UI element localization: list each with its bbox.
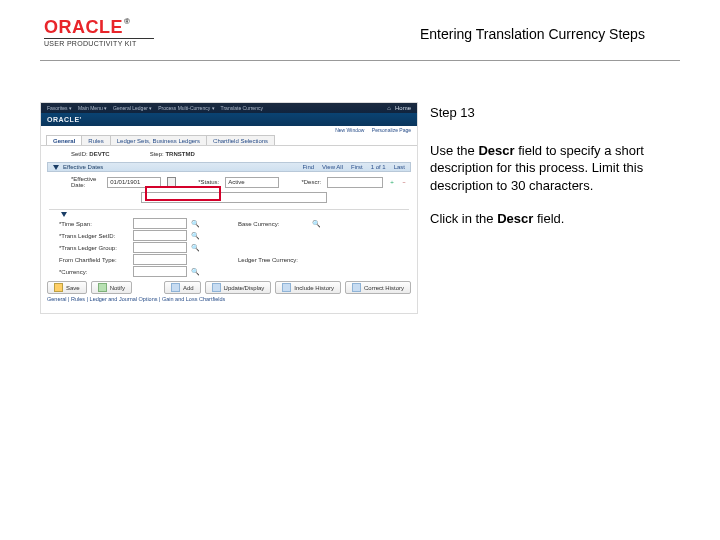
upk-label: USER PRODUCTIVITY KIT xyxy=(44,40,154,47)
p2-pre: Click in the xyxy=(430,211,497,226)
timespan-input[interactable] xyxy=(133,218,187,229)
cell-tset: *Trans Ledger SetID: 🔍 xyxy=(59,230,230,241)
oracle-logo-text: ORACLE xyxy=(44,17,123,37)
tset-label: *Trans Ledger SetID: xyxy=(59,233,129,239)
correct-button-label: Correct History xyxy=(364,285,404,291)
collapse-icon[interactable] xyxy=(53,165,59,170)
add-icon[interactable]: ＋ xyxy=(389,178,395,187)
p2-post: field. xyxy=(533,211,564,226)
lookup-icon[interactable]: 🔍 xyxy=(191,244,200,252)
effdate-label: *Effective Date: xyxy=(71,176,101,188)
lookup-icon[interactable]: 🔍 xyxy=(191,232,200,240)
home-icon[interactable]: ⌂ xyxy=(387,105,391,111)
crumb-main[interactable]: Main Menu ▾ xyxy=(78,105,107,111)
id-line: SetID: DEVTC Step: TRNSTMD xyxy=(41,146,417,160)
setid-value: DEVTC xyxy=(89,151,109,157)
notify-button[interactable]: Notify xyxy=(91,281,132,294)
instruction-para-2: Click in the Descr field. xyxy=(430,210,670,228)
tool-viewall[interactable]: View All xyxy=(322,164,343,170)
section-title: Effective Dates xyxy=(63,164,103,170)
acct-label: From Chartfield Type: xyxy=(59,257,129,263)
correct-button[interactable]: Correct History xyxy=(345,281,411,294)
setid-pair: SetID: DEVTC xyxy=(71,151,110,157)
notify-button-label: Notify xyxy=(110,285,125,291)
tab-rules[interactable]: Rules xyxy=(81,135,110,145)
footer-links[interactable]: General | Rules | Ledger and Journal Opt… xyxy=(41,296,417,304)
step-pair: Step: TRNSTMD xyxy=(150,151,195,157)
breadcrumb-bar: Favorites ▾ Main Menu ▾ General Ledger ▾… xyxy=(41,103,417,113)
cell-basecurrency: Base Currency: 🔍 xyxy=(238,218,409,229)
tset-input[interactable] xyxy=(133,230,187,241)
form-row-1: *Effective Date: 01/01/1901 *Status: Act… xyxy=(41,174,417,190)
tool-last[interactable]: Last xyxy=(394,164,405,170)
step-label: Step 13 xyxy=(430,104,670,122)
timespan-label: *Time Span: xyxy=(59,221,129,227)
lookup-icon[interactable]: 🔍 xyxy=(191,220,200,228)
cell-lvl: Ledger Tree Currency: xyxy=(238,254,409,265)
cell-currency: *Currency: 🔍 xyxy=(59,266,230,277)
lvl-label: Ledger Tree Currency: xyxy=(238,257,308,263)
divider xyxy=(49,209,409,210)
remove-icon[interactable]: － xyxy=(401,178,407,187)
utility-links: New Window Personalize Page xyxy=(41,126,417,133)
p1-pre: Use the xyxy=(430,143,478,158)
new-window-link[interactable]: New Window xyxy=(335,127,364,133)
form-row-2 xyxy=(41,190,417,205)
save-button[interactable]: Save xyxy=(47,281,87,294)
p2-bold: Descr xyxy=(497,211,533,226)
tgroup-label: *Trans Ledger Group: xyxy=(59,245,129,251)
acct-input[interactable] xyxy=(133,254,187,265)
cell-acct: From Chartfield Type: xyxy=(59,254,230,265)
tool-first[interactable]: First xyxy=(351,164,363,170)
section-tools: Find View All First 1 of 1 Last xyxy=(302,164,405,170)
app-brand-bar: ORACLE' xyxy=(41,113,417,126)
crumb-favorites[interactable]: Favorites ▾ xyxy=(47,105,72,111)
cell-timespan: *Time Span: 🔍 xyxy=(59,218,230,229)
save-button-label: Save xyxy=(66,285,80,291)
currency-input[interactable] xyxy=(133,266,187,277)
logo-divider xyxy=(44,38,154,39)
section-effective-dates: Effective Dates Find View All First 1 of… xyxy=(47,162,411,172)
status-select[interactable]: Active xyxy=(225,177,279,188)
descr-label: *Descr: xyxy=(301,179,321,185)
header-rule xyxy=(40,60,680,61)
p1-bold: Descr xyxy=(478,143,514,158)
status-label: *Status: xyxy=(198,179,219,185)
tab-strip: General Rules Ledger Sets, Business Ledg… xyxy=(41,133,417,146)
crumb-multi[interactable]: Process Multi-Currency ▾ xyxy=(158,105,214,111)
personalize-link[interactable]: Personalize Page xyxy=(372,127,411,133)
include-button[interactable]: Include History xyxy=(275,281,341,294)
setid-label: SetID: xyxy=(71,151,88,157)
update-button[interactable]: Update/Display xyxy=(205,281,272,294)
button-row: Save Notify Add Update/Display Include H… xyxy=(41,277,417,296)
update-button-label: Update/Display xyxy=(224,285,265,291)
app-screenshot: Favorites ▾ Main Menu ▾ General Ledger ▾… xyxy=(40,102,418,314)
tab-ledger-sets[interactable]: Ledger Sets, Business Ledgers xyxy=(110,135,207,145)
crumb-gl[interactable]: General Ledger ▾ xyxy=(113,105,152,111)
tab-general[interactable]: General xyxy=(46,135,82,145)
add-button-label: Add xyxy=(183,285,194,291)
currency-label: *Currency: xyxy=(59,269,129,275)
descr-input[interactable] xyxy=(327,177,383,188)
lookup-icon[interactable]: 🔍 xyxy=(312,220,321,228)
instruction-panel: Step 13 Use the Descr field to specify a… xyxy=(430,104,670,244)
stepid-value: TRNSTMD xyxy=(165,151,194,157)
instruction-para-1: Use the Descr field to specify a short d… xyxy=(430,142,670,195)
oracle-logo: ORACLE® xyxy=(44,18,154,36)
home-link[interactable]: Home xyxy=(395,105,411,111)
lower-grid: *Time Span: 🔍 Base Currency: 🔍 *Trans Le… xyxy=(41,218,417,277)
tab-chartfield[interactable]: Chartfield Selections xyxy=(206,135,275,145)
tool-find[interactable]: Find xyxy=(302,164,314,170)
breadcrumb: Favorites ▾ Main Menu ▾ General Ledger ▾… xyxy=(47,105,387,111)
brand-block: ORACLE® USER PRODUCTIVITY KIT xyxy=(44,18,154,47)
crumb-translate[interactable]: Translate Currency xyxy=(221,105,263,111)
tool-count: 1 of 1 xyxy=(371,164,386,170)
add-button[interactable]: Add xyxy=(164,281,201,294)
highlight-box xyxy=(145,186,221,201)
tgroup-input[interactable] xyxy=(133,242,187,253)
lookup-icon[interactable]: 🔍 xyxy=(191,268,200,276)
cell-tgroup: *Trans Ledger Group: 🔍 xyxy=(59,242,230,253)
page-title: Entering Translation Currency Steps xyxy=(420,26,645,42)
basecurrency-label: Base Currency: xyxy=(238,221,308,227)
registered-mark: ® xyxy=(124,17,130,26)
